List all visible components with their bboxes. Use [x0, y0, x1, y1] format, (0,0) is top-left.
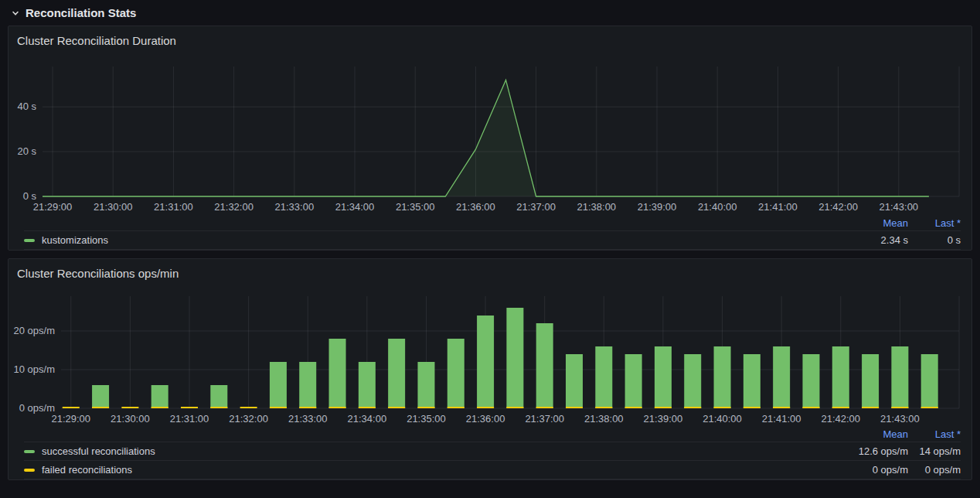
- panel-header: Cluster Reconciliations ops/min: [9, 259, 971, 287]
- bar-successful-reconciliations[interactable]: [329, 339, 346, 408]
- x-axis-tick-label: 21:36:00: [466, 413, 505, 425]
- x-axis-tick-label: 21:41:00: [762, 413, 801, 425]
- bar-failed-reconciliations[interactable]: [417, 407, 434, 408]
- bar-failed-reconciliations[interactable]: [684, 407, 701, 408]
- x-axis-tick-label: 21:38:00: [584, 413, 624, 425]
- x-axis-tick-label: 21:31:00: [154, 201, 193, 213]
- panel-cluster-reconciliations-ops-min: Cluster Reconciliations ops/min 0 ops/m1…: [8, 258, 972, 480]
- bar-successful-reconciliations[interactable]: [506, 308, 523, 408]
- bar-successful-reconciliations[interactable]: [921, 354, 938, 408]
- bar-successful-reconciliations[interactable]: [417, 362, 434, 408]
- legend-series-name[interactable]: failed reconciliations: [42, 464, 815, 476]
- bar-successful-reconciliations[interactable]: [595, 346, 612, 408]
- bar-failed-reconciliations[interactable]: [595, 407, 612, 408]
- row-collapse-toggle[interactable]: Reconciliation Stats: [8, 0, 972, 26]
- x-axis-tick-label: 21:42:00: [818, 201, 858, 213]
- bar-successful-reconciliations[interactable]: [802, 354, 819, 408]
- bar-successful-reconciliations[interactable]: [862, 354, 879, 408]
- bar-failed-reconciliations[interactable]: [63, 407, 80, 408]
- legend: Mean Last * kustomizations 2.34 s 0 s: [9, 215, 971, 250]
- x-axis-tick-label: 21:30:00: [111, 413, 150, 425]
- panel-title[interactable]: Cluster Reconciliations ops/min: [17, 267, 179, 280]
- bar-successful-reconciliations[interactable]: [655, 346, 672, 408]
- x-axis-tick-label: 21:29:00: [51, 413, 90, 425]
- y-axis-tick-label: 0 ops/m: [19, 402, 55, 414]
- bar-failed-reconciliations[interactable]: [121, 407, 138, 408]
- bar-failed-reconciliations[interactable]: [240, 407, 257, 408]
- x-axis-tick-label: 21:38:00: [577, 201, 617, 213]
- bar-failed-reconciliations[interactable]: [329, 407, 346, 408]
- legend-col-mean[interactable]: Mean: [815, 217, 908, 229]
- bar-failed-reconciliations[interactable]: [655, 407, 672, 408]
- bar-failed-reconciliations[interactable]: [714, 407, 731, 408]
- y-axis-tick-label: 10 ops/m: [14, 363, 55, 375]
- legend-series-name[interactable]: kustomizations: [42, 234, 815, 246]
- bar-failed-reconciliations[interactable]: [477, 407, 494, 408]
- bar-successful-reconciliations[interactable]: [477, 316, 494, 408]
- bar-failed-reconciliations[interactable]: [921, 407, 938, 408]
- duration-chart-area: 0 s20 s40 s21:29:0021:30:0021:31:0021:32…: [9, 54, 971, 215]
- panel-cluster-reconciliation-duration: Cluster Reconciliation Duration 0 s20 s4…: [8, 26, 972, 251]
- bar-failed-reconciliations[interactable]: [210, 407, 227, 408]
- bar-failed-reconciliations[interactable]: [506, 407, 523, 408]
- bar-successful-reconciliations[interactable]: [625, 354, 642, 408]
- series-color-marker[interactable]: [24, 469, 35, 472]
- ops-bar-chart[interactable]: 0 ops/m10 ops/m20 ops/m21:29:0021:30:002…: [9, 287, 971, 426]
- bar-successful-reconciliations[interactable]: [714, 346, 731, 408]
- bar-successful-reconciliations[interactable]: [536, 323, 553, 408]
- series-color-marker[interactable]: [24, 239, 35, 242]
- bar-failed-reconciliations[interactable]: [773, 407, 790, 408]
- x-axis-tick-label: 21:31:00: [170, 413, 209, 425]
- x-axis-tick-label: 21:37:00: [525, 413, 564, 425]
- bar-failed-reconciliations[interactable]: [151, 407, 168, 408]
- bar-successful-reconciliations[interactable]: [151, 385, 168, 408]
- panel-title[interactable]: Cluster Reconciliation Duration: [17, 34, 176, 47]
- bar-failed-reconciliations[interactable]: [891, 407, 908, 408]
- y-axis-tick-label: 40 s: [17, 101, 36, 112]
- x-axis-tick-label: 21:40:00: [698, 201, 737, 213]
- legend-col-mean[interactable]: Mean: [815, 428, 908, 440]
- bar-failed-reconciliations[interactable]: [744, 407, 761, 408]
- bar-failed-reconciliations[interactable]: [536, 407, 553, 408]
- bar-successful-reconciliations[interactable]: [447, 339, 464, 408]
- bar-failed-reconciliations[interactable]: [388, 407, 405, 408]
- bar-successful-reconciliations[interactable]: [832, 346, 849, 408]
- bar-failed-reconciliations[interactable]: [447, 407, 464, 408]
- x-axis-tick-label: 21:39:00: [644, 413, 683, 425]
- bar-failed-reconciliations[interactable]: [832, 407, 849, 408]
- area-fill-kustomizations: [43, 80, 929, 196]
- legend-row: successful reconciliations 12.6 ops/m 14…: [24, 442, 961, 461]
- bar-failed-reconciliations[interactable]: [299, 407, 316, 408]
- bar-failed-reconciliations[interactable]: [92, 407, 109, 408]
- bar-successful-reconciliations[interactable]: [744, 354, 761, 408]
- bar-successful-reconciliations[interactable]: [684, 354, 701, 408]
- bar-successful-reconciliations[interactable]: [566, 354, 583, 408]
- legend-mean-value: 12.6 ops/m: [815, 445, 908, 457]
- bar-successful-reconciliations[interactable]: [773, 346, 790, 408]
- x-axis-tick-label: 21:40:00: [703, 413, 742, 425]
- bar-failed-reconciliations[interactable]: [862, 407, 879, 408]
- x-axis-tick-label: 21:29:00: [33, 201, 73, 213]
- bar-successful-reconciliations[interactable]: [270, 362, 287, 408]
- bar-failed-reconciliations[interactable]: [270, 407, 287, 408]
- bar-failed-reconciliations[interactable]: [566, 407, 583, 408]
- bar-successful-reconciliations[interactable]: [359, 362, 376, 408]
- bar-successful-reconciliations[interactable]: [388, 339, 405, 408]
- panel-header: Cluster Reconciliation Duration: [9, 26, 971, 54]
- duration-timeseries-chart[interactable]: 0 s20 s40 s21:29:0021:30:0021:31:0021:32…: [9, 54, 971, 215]
- legend-series-name[interactable]: successful reconciliations: [42, 445, 815, 457]
- legend-last-value: 0 s: [908, 234, 961, 246]
- legend-col-last[interactable]: Last *: [908, 217, 961, 229]
- bar-failed-reconciliations[interactable]: [625, 407, 642, 408]
- legend-col-last[interactable]: Last *: [908, 428, 961, 440]
- bar-successful-reconciliations[interactable]: [210, 385, 227, 408]
- bar-failed-reconciliations[interactable]: [181, 407, 198, 408]
- bar-successful-reconciliations[interactable]: [92, 385, 109, 408]
- bar-failed-reconciliations[interactable]: [802, 407, 819, 408]
- bar-successful-reconciliations[interactable]: [891, 346, 908, 408]
- bar-successful-reconciliations[interactable]: [299, 362, 316, 408]
- series-color-marker[interactable]: [24, 450, 35, 453]
- row-title: Reconciliation Stats: [26, 6, 136, 19]
- legend-mean-value: 0 ops/m: [815, 464, 908, 476]
- bar-failed-reconciliations[interactable]: [359, 407, 376, 408]
